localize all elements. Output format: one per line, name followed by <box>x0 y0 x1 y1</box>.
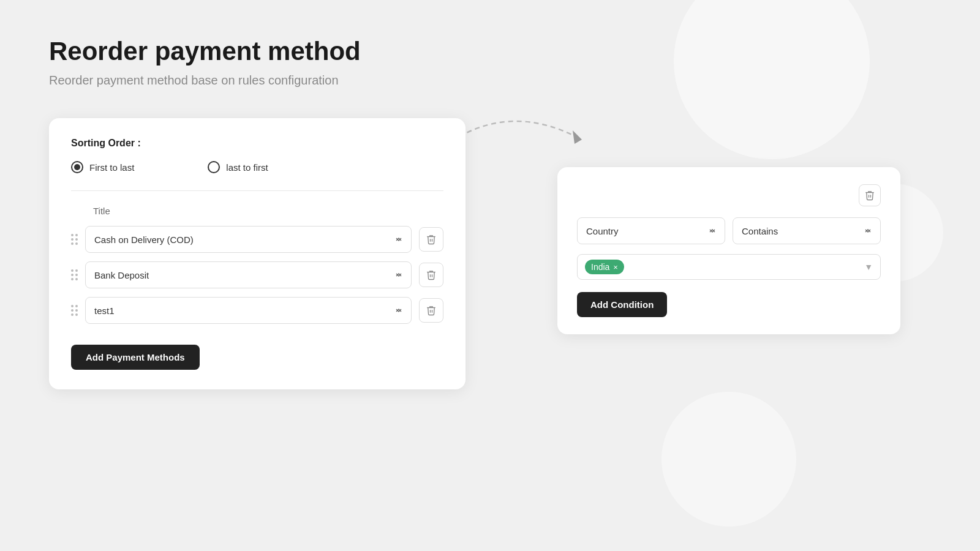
radio-label-first: First to last <box>89 162 134 173</box>
drag-handle-1[interactable] <box>71 234 78 245</box>
drag-dot <box>75 238 78 241</box>
radio-first-to-last[interactable]: First to last <box>71 161 134 173</box>
payment-select-2[interactable]: Bank Deposit <box>85 261 412 288</box>
page-title: Reorder payment method <box>49 37 931 66</box>
drag-dot <box>75 305 78 307</box>
drag-dot <box>75 269 78 272</box>
delete-payment-3[interactable] <box>419 298 443 323</box>
drag-dot <box>75 274 78 276</box>
condition-operator-select[interactable]: Contains <box>733 217 881 244</box>
condition-field-select[interactable]: Country <box>577 217 725 244</box>
radio-last-to-first[interactable]: last to first <box>208 161 268 173</box>
drag-dot <box>75 234 78 236</box>
drag-handle-2[interactable] <box>71 269 78 280</box>
drag-dot <box>75 278 78 280</box>
drag-dot <box>71 269 74 272</box>
radio-circle-first <box>71 161 83 173</box>
payment-row: Cash on Delivery (COD) <box>71 226 443 253</box>
trash-icon <box>426 269 437 280</box>
drag-dots-2 <box>71 269 78 280</box>
trash-icon <box>426 234 437 245</box>
drag-dot <box>71 238 74 241</box>
payment-row: test1 <box>71 297 443 324</box>
svg-marker-0 <box>573 130 582 144</box>
drag-dot <box>71 242 74 245</box>
drag-dot <box>75 313 78 316</box>
radio-circle-last <box>208 161 220 173</box>
sorting-order-label: Sorting Order : <box>71 138 443 149</box>
drag-dot <box>71 309 74 312</box>
col-header: Title <box>71 206 443 216</box>
payment-select-3[interactable]: test1 <box>85 297 412 324</box>
payment-row: Bank Deposit <box>71 261 443 288</box>
right-delete-button[interactable] <box>859 184 881 206</box>
divider <box>71 190 443 191</box>
left-card: Sorting Order : First to last last to fi… <box>49 118 466 389</box>
right-card-header <box>577 184 881 206</box>
drag-handle-3[interactable] <box>71 305 78 316</box>
radio-label-last: last to first <box>226 162 268 173</box>
add-payment-button[interactable]: Add Payment Methods <box>71 345 200 370</box>
page-subtitle: Reorder payment method base on rules con… <box>49 73 931 88</box>
payment-select-1[interactable]: Cash on Delivery (COD) <box>85 226 412 253</box>
drag-dot <box>71 274 74 276</box>
add-condition-button[interactable]: Add Condition <box>577 292 667 317</box>
tag-close-button[interactable]: × <box>613 263 618 271</box>
trash-icon <box>426 305 437 316</box>
drag-dot <box>71 278 74 280</box>
india-tag: India × <box>585 260 624 274</box>
drag-dots-3 <box>71 305 78 316</box>
trash-icon-right <box>864 190 875 201</box>
tag-label: India <box>591 262 609 272</box>
dropdown-arrow-icon: ▼ <box>864 262 873 272</box>
right-card: Country Contains India × ▼ Add Condition <box>557 167 900 334</box>
drag-dot <box>75 309 78 312</box>
delete-payment-1[interactable] <box>419 227 443 252</box>
radio-group: First to last last to first <box>71 161 443 173</box>
value-input-container[interactable]: India × ▼ <box>577 254 881 280</box>
drag-dot <box>71 313 74 316</box>
drag-dots-1 <box>71 234 78 245</box>
drag-dot <box>71 234 74 236</box>
drag-dot <box>75 242 78 245</box>
condition-selects: Country Contains <box>577 217 881 244</box>
drag-dot <box>71 305 74 307</box>
delete-payment-2[interactable] <box>419 263 443 287</box>
cards-container: Sorting Order : First to last last to fi… <box>49 118 931 389</box>
